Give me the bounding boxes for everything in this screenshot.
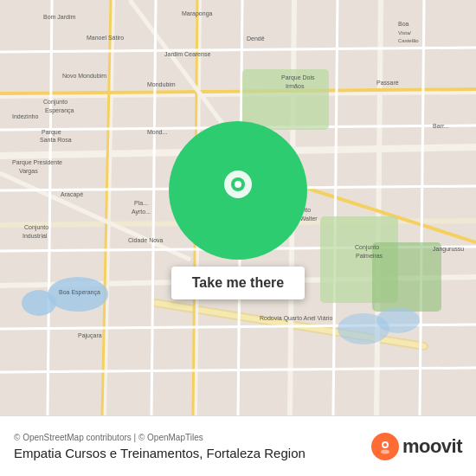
moovit-text: moovit [402, 435, 462, 458]
svg-text:Pla...: Pla... [134, 200, 148, 206]
moovit-icon [371, 433, 399, 460]
svg-text:Mond...: Mond... [147, 129, 167, 135]
svg-point-32 [22, 290, 56, 316]
svg-text:Passaré: Passaré [376, 80, 399, 86]
svg-point-73 [235, 181, 241, 188]
svg-text:Jardim Cearense: Jardim Cearense [164, 51, 210, 57]
svg-text:Dendê: Dendê [247, 35, 265, 42]
svg-text:Mondubim: Mondubim [147, 81, 176, 87]
map-container: Bom Jardim Maraponga Manoel Sátiro Dendê… [0, 0, 476, 415]
svg-point-76 [381, 449, 389, 453]
svg-text:Aracapé: Aracapé [61, 191, 83, 198]
svg-text:Rodovia Quarto Anel Viário: Rodovia Quarto Anel Viário [260, 315, 332, 322]
svg-text:Esperança: Esperança [45, 107, 74, 114]
svg-text:Ayrto...: Ayrto... [132, 209, 151, 215]
svg-text:Barr...: Barr... [433, 123, 449, 129]
take-me-there-overlay: Take me there [169, 121, 307, 299]
map-attribution: © OpenStreetMap contributors | © OpenMap… [14, 433, 306, 442]
svg-text:Vargas: Vargas [19, 168, 38, 175]
svg-text:Santa Rosa: Santa Rosa [40, 137, 72, 143]
svg-text:Manoel Sátiro: Manoel Sátiro [87, 35, 124, 41]
svg-text:Conjunto: Conjunto [24, 224, 48, 231]
svg-text:Maraponga: Maraponga [182, 10, 213, 17]
location-circle [169, 121, 307, 260]
svg-text:Parque Presidente: Parque Presidente [12, 159, 62, 166]
svg-text:Castelão: Castelão [398, 38, 419, 43]
svg-text:Jangurussu: Jangurussu [433, 246, 464, 253]
moovit-logo: moovit [371, 433, 462, 460]
take-me-there-button[interactable]: Take me there [171, 267, 305, 299]
svg-text:Parque Dois: Parque Dois [281, 74, 315, 81]
svg-text:Parque: Parque [42, 129, 61, 136]
svg-point-75 [383, 443, 387, 447]
svg-text:Boa Esperança: Boa Esperança [59, 289, 100, 296]
place-name: Empatia Cursos e Treinamentos, Fortaleza… [14, 446, 306, 460]
bottom-bar: © OpenStreetMap contributors | © OpenMap… [0, 415, 476, 476]
svg-text:Irmãos: Irmãos [286, 83, 305, 89]
svg-text:Boa: Boa [398, 21, 409, 27]
svg-text:Pajuçara: Pajuçara [78, 332, 102, 339]
svg-text:Indezinho: Indezinho [12, 113, 38, 119]
bottom-left: © OpenStreetMap contributors | © OpenMap… [14, 433, 306, 460]
svg-point-34 [376, 307, 420, 333]
svg-text:Palmeiras: Palmeiras [356, 253, 383, 259]
svg-text:Conjunto: Conjunto [43, 99, 68, 106]
svg-text:Industrial: Industrial [23, 233, 48, 239]
svg-text:Conjunto: Conjunto [355, 244, 379, 251]
svg-text:Bom Jardim: Bom Jardim [43, 14, 76, 20]
svg-text:Vista/: Vista/ [398, 30, 411, 35]
svg-text:Cidade Nova: Cidade Nova [128, 237, 164, 243]
svg-text:Novo Mondubim: Novo Mondubim [62, 73, 106, 79]
